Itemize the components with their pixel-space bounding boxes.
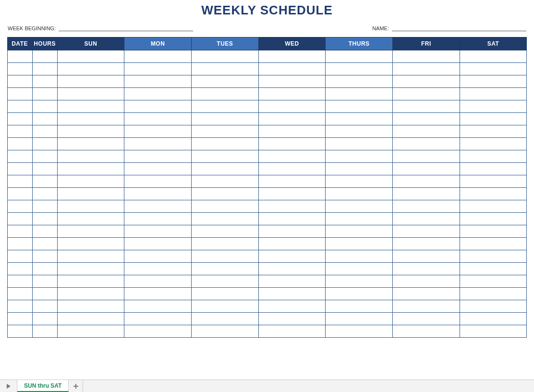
cell[interactable] bbox=[258, 125, 326, 138]
cell[interactable] bbox=[57, 225, 124, 238]
cell[interactable] bbox=[57, 313, 124, 325]
tab-scroll-button[interactable] bbox=[0, 380, 17, 392]
cell[interactable] bbox=[326, 250, 393, 263]
cell[interactable] bbox=[124, 238, 192, 250]
cell[interactable] bbox=[258, 325, 326, 338]
cell[interactable] bbox=[326, 300, 393, 313]
cell[interactable] bbox=[7, 163, 32, 175]
cell[interactable] bbox=[32, 75, 57, 88]
cell[interactable] bbox=[124, 325, 192, 338]
cell[interactable] bbox=[393, 325, 460, 338]
cell[interactable] bbox=[32, 300, 57, 313]
cell[interactable] bbox=[32, 100, 57, 113]
cell[interactable] bbox=[326, 275, 393, 288]
cell[interactable] bbox=[32, 313, 57, 325]
cell[interactable] bbox=[57, 75, 124, 88]
cell[interactable] bbox=[124, 125, 192, 138]
cell[interactable] bbox=[460, 113, 527, 125]
cell[interactable] bbox=[124, 188, 192, 200]
cell[interactable] bbox=[393, 100, 460, 113]
cell[interactable] bbox=[191, 163, 258, 175]
cell[interactable] bbox=[32, 275, 57, 288]
cell[interactable] bbox=[7, 188, 32, 200]
cell[interactable] bbox=[460, 250, 527, 263]
cell[interactable] bbox=[460, 263, 527, 275]
cell[interactable] bbox=[191, 213, 258, 225]
cell[interactable] bbox=[7, 50, 32, 63]
cell[interactable] bbox=[191, 288, 258, 300]
cell[interactable] bbox=[393, 63, 460, 75]
cell[interactable] bbox=[460, 63, 527, 75]
cell[interactable] bbox=[7, 238, 32, 250]
cell[interactable] bbox=[191, 88, 258, 100]
cell[interactable] bbox=[258, 213, 326, 225]
cell[interactable] bbox=[393, 313, 460, 325]
cell[interactable] bbox=[57, 188, 124, 200]
add-sheet-button[interactable] bbox=[69, 380, 83, 392]
cell[interactable] bbox=[460, 238, 527, 250]
cell[interactable] bbox=[393, 300, 460, 313]
cell[interactable] bbox=[32, 263, 57, 275]
cell[interactable] bbox=[460, 138, 527, 150]
cell[interactable] bbox=[7, 175, 32, 188]
cell[interactable] bbox=[7, 138, 32, 150]
cell[interactable] bbox=[57, 275, 124, 288]
cell[interactable] bbox=[124, 163, 192, 175]
cell[interactable] bbox=[393, 238, 460, 250]
cell[interactable] bbox=[393, 288, 460, 300]
cell[interactable] bbox=[124, 50, 192, 63]
cell[interactable] bbox=[326, 63, 393, 75]
cell[interactable] bbox=[393, 225, 460, 238]
cell[interactable] bbox=[124, 75, 192, 88]
cell[interactable] bbox=[258, 313, 326, 325]
cell[interactable] bbox=[191, 50, 258, 63]
cell[interactable] bbox=[326, 138, 393, 150]
cell[interactable] bbox=[7, 313, 32, 325]
cell[interactable] bbox=[326, 163, 393, 175]
cell[interactable] bbox=[191, 175, 258, 188]
cell[interactable] bbox=[393, 125, 460, 138]
cell[interactable] bbox=[124, 88, 192, 100]
cell[interactable] bbox=[393, 113, 460, 125]
cell[interactable] bbox=[32, 288, 57, 300]
cell[interactable] bbox=[57, 238, 124, 250]
cell[interactable] bbox=[32, 88, 57, 100]
cell[interactable] bbox=[7, 225, 32, 238]
cell[interactable] bbox=[326, 213, 393, 225]
cell[interactable] bbox=[258, 175, 326, 188]
cell[interactable] bbox=[7, 250, 32, 263]
cell[interactable] bbox=[191, 188, 258, 200]
cell[interactable] bbox=[326, 288, 393, 300]
cell[interactable] bbox=[460, 213, 527, 225]
cell[interactable] bbox=[57, 300, 124, 313]
cell[interactable] bbox=[460, 200, 527, 213]
cell[interactable] bbox=[124, 313, 192, 325]
cell[interactable] bbox=[32, 50, 57, 63]
cell[interactable] bbox=[32, 325, 57, 338]
cell[interactable] bbox=[258, 300, 326, 313]
cell[interactable] bbox=[124, 175, 192, 188]
sheet-tab-active[interactable]: SUN thru SAT bbox=[17, 380, 69, 392]
cell[interactable] bbox=[326, 225, 393, 238]
cell[interactable] bbox=[326, 100, 393, 113]
cell[interactable] bbox=[258, 75, 326, 88]
cell[interactable] bbox=[7, 88, 32, 100]
cell[interactable] bbox=[326, 325, 393, 338]
cell[interactable] bbox=[326, 175, 393, 188]
cell[interactable] bbox=[57, 50, 124, 63]
cell[interactable] bbox=[393, 200, 460, 213]
cell[interactable] bbox=[191, 263, 258, 275]
cell[interactable] bbox=[57, 325, 124, 338]
cell[interactable] bbox=[258, 63, 326, 75]
cell[interactable] bbox=[57, 213, 124, 225]
cell[interactable] bbox=[393, 250, 460, 263]
cell[interactable] bbox=[393, 75, 460, 88]
cell[interactable] bbox=[191, 200, 258, 213]
cell[interactable] bbox=[258, 238, 326, 250]
cell[interactable] bbox=[460, 50, 527, 63]
cell[interactable] bbox=[460, 313, 527, 325]
cell[interactable] bbox=[258, 250, 326, 263]
cell[interactable] bbox=[326, 263, 393, 275]
cell[interactable] bbox=[57, 100, 124, 113]
cell[interactable] bbox=[326, 88, 393, 100]
